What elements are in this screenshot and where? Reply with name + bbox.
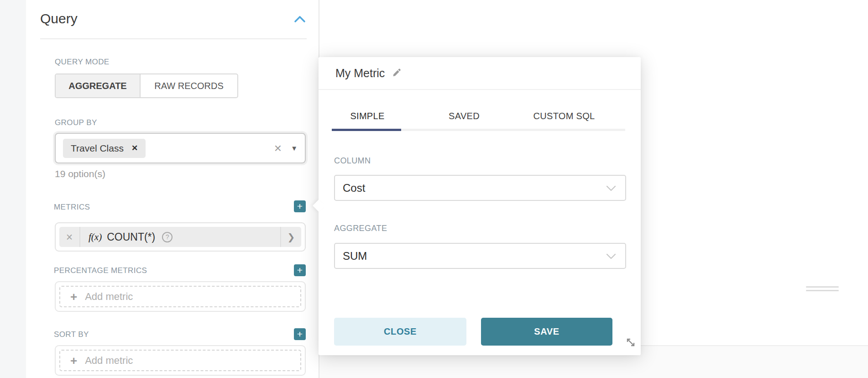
tab-active-indicator	[332, 129, 401, 131]
grip-line	[806, 286, 839, 288]
column-select[interactable]: Cost	[334, 175, 626, 201]
sort-by-container: + Add metric	[55, 345, 306, 376]
metric-pill-count[interactable]: × f(x) COUNT(*) ? ❯	[59, 227, 301, 247]
query-mode-aggregate-button[interactable]: AGGREGATE	[56, 74, 141, 97]
aggregate-select-value: SUM	[343, 250, 606, 262]
add-sort-metric-dropzone[interactable]: + Add metric	[59, 350, 301, 371]
column-label: COLUMN	[334, 156, 371, 166]
query-mode-raw-records-button[interactable]: RAW RECORDS	[141, 74, 237, 97]
add-sort-metric-button[interactable]: +	[294, 328, 306, 340]
metric-name: COUNT(*)	[107, 231, 155, 243]
metric-title: My Metric	[335, 67, 385, 80]
explore-screen: Query QUERY MODE AGGREGATE RAW RECORDS G…	[0, 0, 868, 378]
add-metric-button[interactable]: +	[294, 200, 306, 212]
column-select-value: Cost	[343, 182, 606, 194]
metric-expand-chevron-icon[interactable]: ❯	[280, 227, 301, 247]
pane-resize-grip[interactable]	[806, 286, 839, 292]
add-metric-placeholder: Add metric	[85, 355, 133, 367]
clear-selection-icon[interactable]: ×	[274, 142, 282, 155]
remove-metric-icon[interactable]: ×	[59, 227, 80, 247]
sort-by-label: SORT BY	[54, 330, 89, 339]
query-mode-label: QUERY MODE	[55, 58, 110, 67]
add-percentage-metric-button[interactable]: +	[294, 264, 306, 276]
tag-remove-icon[interactable]: ✕	[131, 143, 138, 153]
collapse-chevron-icon[interactable]	[294, 15, 306, 23]
popover-arrow	[313, 200, 325, 212]
popover-resize-icon[interactable]	[624, 336, 637, 349]
plus-icon: +	[70, 291, 77, 303]
section-divider	[40, 38, 307, 39]
left-gutter	[0, 0, 26, 378]
caret-down-icon[interactable]: ▼	[291, 144, 298, 152]
grip-line	[806, 290, 839, 291]
group-by-tag[interactable]: Travel Class ✕	[63, 139, 146, 158]
metrics-label: METRICS	[54, 203, 90, 212]
group-by-options-hint: 19 option(s)	[55, 168, 105, 179]
group-by-select[interactable]: Travel Class ✕ × ▼	[55, 133, 306, 163]
query-mode-toggle: AGGREGATE RAW RECORDS	[55, 74, 238, 98]
aggregate-select[interactable]: SUM	[334, 243, 626, 269]
metric-editor-popover: My Metric SIMPLE SAVED CUSTOM SQL COLUMN…	[319, 57, 641, 355]
metric-pill-body[interactable]: f(x) COUNT(*) ?	[80, 231, 280, 243]
aggregate-label: AGGREGATE	[334, 224, 387, 233]
group-by-tag-label: Travel Class	[71, 143, 124, 154]
percentage-metrics-label: PERCENTAGE METRICS	[54, 266, 147, 275]
add-metric-placeholder: Add metric	[85, 291, 133, 303]
tab-custom-sql[interactable]: CUSTOM SQL	[533, 111, 595, 121]
function-icon: f(x)	[89, 231, 102, 243]
popover-header: My Metric	[319, 57, 641, 90]
add-percentage-metric-dropzone[interactable]: + Add metric	[59, 286, 301, 307]
chevron-down-icon	[606, 253, 616, 259]
help-icon[interactable]: ?	[162, 232, 173, 242]
tab-simple[interactable]: SIMPLE	[350, 111, 384, 121]
percentage-metrics-container: + Add metric	[55, 281, 306, 312]
tab-saved[interactable]: SAVED	[449, 111, 480, 121]
edit-title-pencil-icon[interactable]	[392, 68, 402, 79]
save-button[interactable]: SAVE	[481, 318, 612, 346]
chevron-down-icon	[606, 185, 616, 191]
metrics-container: × f(x) COUNT(*) ? ❯	[55, 222, 306, 252]
group-by-label: GROUP BY	[55, 118, 97, 127]
plus-icon: +	[70, 355, 77, 367]
close-button[interactable]: CLOSE	[334, 318, 466, 346]
section-title-query: Query	[40, 11, 78, 26]
